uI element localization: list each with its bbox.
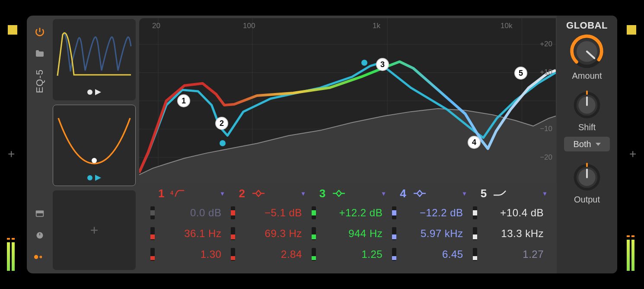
eq-graph[interactable]: 20 100 1k 10k +20 +10 −10 −20 1 2 3 4 5 (139, 18, 556, 183)
chain-slot-2[interactable] (53, 105, 136, 186)
channel-value: Both (573, 139, 591, 149)
band-column-2: 2 ▾ −5.1 dB 69.3 Hz 2.84 (231, 186, 310, 270)
y-tick-m10: −10 (540, 125, 552, 133)
band-menu-button[interactable]: ▾ (302, 190, 305, 197)
band-freq[interactable]: 69.3 Hz (231, 225, 310, 242)
band-handle-1[interactable]: 1 (177, 94, 190, 107)
band-handle-4[interactable]: 4 (468, 136, 481, 149)
band-dip-dot (220, 140, 226, 146)
x-tick-1k: 1k (373, 22, 380, 30)
clock-icon[interactable] (34, 229, 46, 241)
device-rail: EQ-5 (27, 16, 53, 273)
band-gain[interactable]: −5.1 dB (231, 204, 310, 222)
band-column-5: 5 ▾ +10.4 dB 13.3 kHz 1.27 (473, 186, 552, 270)
band-q[interactable]: 1.30 (150, 246, 230, 263)
folder-icon[interactable] (34, 48, 46, 60)
band-gain[interactable]: 0.0 dB (150, 204, 230, 222)
svg-point-3 (34, 255, 38, 259)
band-freq[interactable]: 5.97 kHz (392, 225, 472, 242)
input-meter (7, 242, 22, 271)
band-column-4: 4 ▾ −12.2 dB 5.97 kHz 6.45 (392, 186, 472, 270)
global-title: GLOBAL (566, 20, 608, 31)
plus-icon: + (90, 222, 99, 238)
slot2-route-dot (87, 175, 92, 180)
chain-slot-add[interactable]: + (53, 190, 136, 270)
x-tick-10k: 10k (501, 22, 512, 30)
band-number: 1 (158, 187, 164, 200)
band-q[interactable]: 1.27 (473, 246, 552, 263)
filter-type-icon[interactable] (251, 189, 266, 198)
band-peak-dot (361, 60, 367, 66)
band-gain[interactable]: +10.4 dB (473, 204, 552, 222)
window-icon[interactable] (34, 208, 46, 220)
amount-knob[interactable] (568, 33, 606, 70)
eq5-device: EQ-5 (27, 16, 617, 273)
y-tick-m20: −20 (540, 153, 552, 162)
band-number: 4 (400, 187, 406, 200)
route-icon[interactable] (34, 251, 46, 263)
band-q[interactable]: 6.45 (392, 246, 472, 263)
band-params: 1 4 ▾ 0.0 dB 36.1 Hz 1.30 2 ▾ −5.1 dB 69… (139, 183, 557, 270)
band-freq[interactable]: 944 Hz (312, 225, 391, 242)
y-tick-p10: +10 (540, 68, 552, 77)
band-handle-2[interactable]: 2 (215, 117, 228, 130)
band-q[interactable]: 2.84 (231, 246, 310, 263)
band-menu-button[interactable]: ▾ (382, 190, 385, 197)
band-column-1: 1 4 ▾ 0.0 dB 36.1 Hz 1.30 (150, 186, 230, 270)
band-handle-5[interactable]: 5 (514, 67, 527, 80)
global-panel: GLOBAL Amount (557, 16, 617, 273)
chain-slots: + (53, 16, 139, 273)
svg-text:4: 4 (170, 190, 173, 196)
chain-slot-1[interactable] (53, 19, 136, 100)
y-tick-p20: +20 (540, 40, 552, 48)
output-meter (627, 240, 641, 271)
chevron-down-icon (596, 143, 601, 146)
band-gain[interactable]: −12.2 dB (392, 204, 472, 222)
slot1-route-dot (87, 90, 92, 95)
marker-top-left (8, 25, 17, 35)
shift-label: Shift (578, 122, 596, 132)
arrow-right-icon (95, 89, 101, 95)
band-number: 3 (319, 187, 325, 200)
svg-rect-1 (36, 211, 44, 213)
marker-top-right (627, 25, 636, 35)
band-freq[interactable]: 13.3 kHz (473, 225, 552, 242)
band-menu-button[interactable]: ▾ (463, 190, 466, 197)
filter-type-icon[interactable]: 4 (170, 189, 185, 198)
output-knob[interactable] (571, 161, 603, 194)
band-handle-3[interactable]: 3 (376, 58, 389, 71)
band-gain[interactable]: +12.2 dB (312, 204, 391, 222)
x-tick-100: 100 (243, 22, 255, 30)
band-number: 2 (239, 187, 245, 200)
filter-type-icon[interactable] (412, 189, 427, 198)
filter-type-icon[interactable] (493, 189, 507, 198)
channel-select[interactable]: Both (564, 137, 610, 151)
band-menu-button[interactable]: ▾ (543, 190, 546, 197)
amount-label: Amount (572, 71, 602, 81)
band-column-3: 3 ▾ +12.2 dB 944 Hz 1.25 (312, 186, 391, 270)
power-icon[interactable] (34, 26, 46, 38)
band-q[interactable]: 1.25 (312, 246, 391, 263)
x-tick-20: 20 (152, 22, 160, 30)
band-freq[interactable]: 36.1 Hz (150, 225, 230, 242)
arrow-right-icon (95, 175, 101, 181)
band-menu-button[interactable]: ▾ (221, 190, 224, 197)
filter-type-icon[interactable] (332, 189, 346, 198)
shift-knob[interactable] (571, 89, 603, 122)
band-number: 5 (481, 187, 487, 200)
svg-point-4 (92, 158, 97, 163)
device-name-label: EQ-5 (34, 69, 45, 93)
add-device-before[interactable]: + (8, 147, 15, 161)
add-device-after[interactable]: + (629, 147, 636, 161)
output-label: Output (574, 195, 600, 205)
